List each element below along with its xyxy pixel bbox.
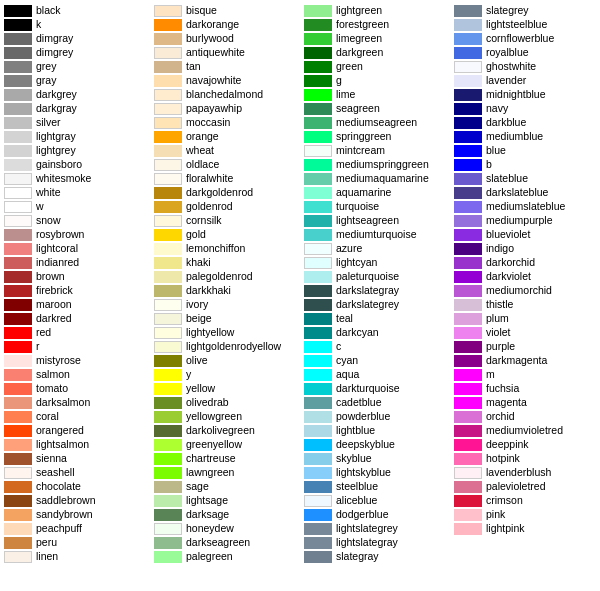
color-swatch: [154, 187, 182, 199]
color-swatch: [454, 19, 482, 31]
color-label: peru: [36, 536, 57, 549]
color-label: orangered: [36, 424, 84, 437]
color-label: lightgray: [36, 130, 76, 143]
color-label: darkorange: [186, 18, 239, 31]
color-swatch: [304, 131, 332, 143]
list-item: r: [4, 340, 154, 353]
list-item: tan: [154, 60, 304, 73]
list-item: chartreuse: [154, 452, 304, 465]
list-item: lightgreen: [304, 4, 454, 17]
color-swatch: [154, 551, 182, 563]
color-label: aquamarine: [336, 186, 391, 199]
list-item: olivedrab: [154, 396, 304, 409]
color-label: gold: [186, 228, 206, 241]
color-swatch: [304, 215, 332, 227]
color-label: saddlebrown: [36, 494, 96, 507]
list-item: snow: [4, 214, 154, 227]
color-label: darkgreen: [336, 46, 383, 59]
color-label: plum: [486, 312, 509, 325]
color-swatch: [154, 19, 182, 31]
color-swatch: [154, 383, 182, 395]
color-label: deepskyblue: [336, 438, 395, 451]
color-swatch: [4, 355, 32, 367]
color-label: lightskyblue: [336, 466, 391, 479]
color-swatch: [454, 509, 482, 521]
color-label: darkkhaki: [186, 284, 231, 297]
color-label: whitesmoke: [36, 172, 91, 185]
color-label: dimgrey: [36, 46, 73, 59]
list-item: magenta: [454, 396, 600, 409]
color-swatch: [4, 117, 32, 129]
color-label: k: [36, 18, 41, 31]
color-label: antiquewhite: [186, 46, 245, 59]
list-item: lightblue: [304, 424, 454, 437]
color-swatch: [4, 145, 32, 157]
color-swatch: [4, 383, 32, 395]
color-label: darkturquoise: [336, 382, 400, 395]
list-item: lightgrey: [4, 144, 154, 157]
list-item: lemonchiffon: [154, 242, 304, 255]
color-swatch: [154, 495, 182, 507]
color-swatch: [4, 61, 32, 73]
color-swatch: [4, 523, 32, 535]
list-item: darkblue: [454, 116, 600, 129]
color-label: goldenrod: [186, 200, 233, 213]
color-swatch: [454, 495, 482, 507]
color-label: crimson: [486, 494, 523, 507]
color-label: mediumorchid: [486, 284, 552, 297]
color-swatch: [454, 257, 482, 269]
color-swatch: [154, 271, 182, 283]
color-label: mediumvioletred: [486, 424, 563, 437]
list-item: teal: [304, 312, 454, 325]
color-label: lightseagreen: [336, 214, 399, 227]
list-item: mistyrose: [4, 354, 154, 367]
color-label: slategray: [336, 550, 379, 563]
color-label: lavender: [486, 74, 526, 87]
color-swatch: [154, 425, 182, 437]
list-item: b: [454, 158, 600, 171]
list-item: darkseagreen: [154, 536, 304, 549]
color-label: magenta: [486, 396, 527, 409]
list-item: mediumaquamarine: [304, 172, 454, 185]
list-item: palevioletred: [454, 480, 600, 493]
list-item: grey: [4, 60, 154, 73]
list-item: mediumslateblue: [454, 200, 600, 213]
list-item: darkviolet: [454, 270, 600, 283]
list-item: darkorchid: [454, 256, 600, 269]
color-swatch: [304, 397, 332, 409]
color-label: y: [186, 368, 191, 381]
color-label: yellowgreen: [186, 410, 242, 423]
color-swatch: [4, 173, 32, 185]
color-label: fuchsia: [486, 382, 519, 395]
color-swatch: [154, 327, 182, 339]
list-item: lightslategray: [304, 536, 454, 549]
color-swatch: [154, 47, 182, 59]
list-item: limegreen: [304, 32, 454, 45]
color-swatch: [4, 159, 32, 171]
color-swatch: [454, 89, 482, 101]
list-item: antiquewhite: [154, 46, 304, 59]
color-swatch: [304, 537, 332, 549]
color-swatch: [304, 439, 332, 451]
list-item: dimgrey: [4, 46, 154, 59]
color-swatch: [154, 313, 182, 325]
list-item: lightseagreen: [304, 214, 454, 227]
color-swatch: [454, 355, 482, 367]
list-item: darkred: [4, 312, 154, 325]
color-swatch: [4, 271, 32, 283]
color-label: aliceblue: [336, 494, 377, 507]
list-item: sienna: [4, 452, 154, 465]
list-item: darkslateblue: [454, 186, 600, 199]
color-label: indigo: [486, 242, 514, 255]
list-item: black: [4, 4, 154, 17]
color-label: khaki: [186, 256, 211, 269]
list-item: floralwhite: [154, 172, 304, 185]
color-swatch: [4, 243, 32, 255]
list-item: lightsage: [154, 494, 304, 507]
color-swatch: [454, 187, 482, 199]
list-item: orchid: [454, 410, 600, 423]
list-item: aquamarine: [304, 186, 454, 199]
color-label: maroon: [36, 298, 72, 311]
list-item: moccasin: [154, 116, 304, 129]
color-label: seashell: [36, 466, 75, 479]
